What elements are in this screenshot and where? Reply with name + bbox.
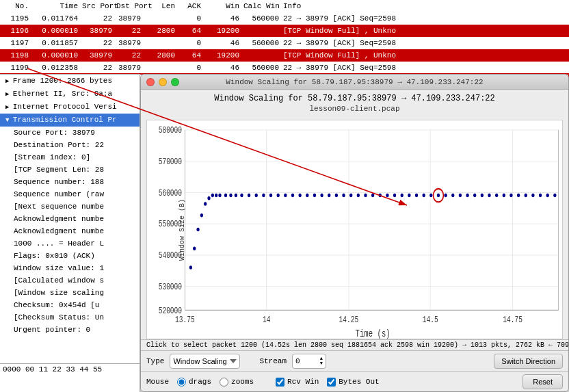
svg-point-27 (189, 265, 192, 270)
zooms-radio[interactable] (220, 378, 228, 387)
detail-item-11[interactable]: Acknowledgment numbe (0, 213, 140, 225)
svg-point-65 (429, 194, 432, 198)
minimize-button[interactable] (159, 78, 167, 86)
y-axis-label: Window Size (B) (178, 198, 186, 260)
svg-point-68 (444, 194, 447, 198)
svg-point-58 (379, 194, 382, 198)
detail-item-6[interactable]: [Stream index: 0] (0, 151, 140, 164)
svg-text:560000: 560000 (159, 188, 182, 197)
svg-point-37 (229, 194, 232, 198)
svg-point-63 (415, 194, 418, 198)
detail-item-19[interactable]: [Checksum Status: Un (0, 311, 140, 324)
rcv-win-checkbox[interactable] (276, 378, 284, 387)
svg-point-75 (495, 194, 498, 198)
svg-point-81 (539, 194, 542, 198)
svg-point-36 (224, 194, 227, 198)
detail-item-7[interactable]: [TCP Segment Len: 28 (0, 164, 140, 176)
mouse-label: Mouse (146, 378, 169, 386)
svg-point-34 (215, 194, 217, 198)
svg-text:580000: 580000 (159, 126, 182, 135)
detail-item-5[interactable]: Destination Port: 22 (0, 139, 140, 151)
detail-item-4[interactable]: Source Port: 38979 (0, 127, 140, 139)
bytes-out-checkbox-label[interactable]: Bytes Out (327, 378, 379, 387)
switch-direction-button[interactable]: Switch Direction (494, 354, 563, 369)
rcv-win-checkbox-label[interactable]: Rcv Win (276, 378, 319, 387)
spinner-down[interactable]: ▼ (320, 361, 323, 366)
svg-point-39 (240, 194, 243, 198)
bytes-out-checkbox[interactable] (327, 378, 336, 387)
window-title: Window Scaling for 58.79.187.95:38979 → … (226, 78, 483, 86)
detail-item-12[interactable]: Acknowledgment numbe (0, 225, 140, 237)
detail-item-20[interactable]: Urgent pointer: 0 (0, 324, 140, 336)
detail-item-2[interactable]: Internet Protocol Versi (0, 101, 140, 114)
svg-point-54 (349, 194, 352, 198)
svg-text:14.75: 14.75 (503, 315, 522, 324)
detail-item-16[interactable]: [Calculated window s (0, 274, 140, 287)
packet-row-1196[interactable]: 1196 0.000010 38979 22 2800 64 19200 [TC… (0, 25, 569, 37)
packet-row-1197[interactable]: 1197 0.011857 22 38979 0 46 560000 22 → … (0, 37, 569, 49)
svg-point-42 (262, 194, 265, 198)
detail-item-3[interactable]: Transmission Control Pr (0, 114, 140, 127)
stream-spinner[interactable]: 0 ▲ ▼ (292, 354, 326, 369)
svg-point-64 (423, 194, 425, 198)
stream-label: Stream (259, 357, 287, 365)
svg-point-29 (196, 228, 199, 232)
svg-point-31 (204, 202, 207, 206)
graph-window: Window Scaling for 58.79.187.95:38979 → … (140, 74, 569, 392)
packet-row-1195[interactable]: 1195 0.011764 22 38979 0 46 560000 22 → … (0, 12, 569, 25)
reset-button[interactable]: Reset (522, 374, 563, 389)
stream-value: 0 (295, 357, 320, 365)
svg-point-53 (342, 194, 345, 198)
svg-point-56 (364, 194, 367, 198)
window-controls[interactable] (146, 78, 179, 86)
drags-radio-label[interactable]: drags (177, 378, 211, 387)
type-label: Type (146, 357, 164, 365)
svg-point-83 (553, 194, 556, 198)
graph-area[interactable]: Window Size (B) 580000 570000 560000 550… (146, 120, 563, 339)
svg-point-79 (525, 194, 527, 198)
svg-point-40 (248, 194, 250, 198)
detail-item-1[interactable]: Ethernet II, Src: 0a:a (0, 88, 140, 101)
zooms-radio-label[interactable]: zooms (220, 378, 254, 387)
svg-point-73 (481, 194, 484, 198)
bytes-out-label: Bytes Out (339, 378, 379, 386)
packet-row-1199[interactable]: 1199 0.012358 22 38979 0 46 560000 22 → … (0, 62, 569, 74)
svg-point-47 (299, 194, 302, 198)
svg-point-32 (207, 196, 210, 200)
detail-item-15[interactable]: Window size value: 1 (0, 262, 140, 274)
packet-row-1198[interactable]: 1198 0.000010 38979 22 2800 64 19200 [TC… (0, 49, 569, 62)
svg-point-70 (459, 194, 462, 198)
detail-item-18[interactable]: Checksum: 0x454d [u (0, 299, 140, 311)
graph-svg: 580000 570000 560000 550000 540000 53000… (147, 120, 562, 339)
svg-point-77 (510, 194, 512, 198)
svg-point-59 (386, 194, 388, 198)
svg-text:14: 14 (263, 315, 271, 324)
detail-item-14[interactable]: Flags: 0x010 (ACK) (0, 250, 140, 262)
titlebar: Window Scaling for 58.79.187.95:38979 → … (141, 75, 568, 90)
type-select[interactable]: Window Scaling (170, 354, 240, 369)
drags-radio[interactable] (177, 378, 186, 387)
zooms-label: zooms (231, 378, 254, 386)
detail-item-8[interactable]: Sequence number: 188 (0, 176, 140, 188)
rcv-win-label: Rcv Win (287, 378, 319, 386)
svg-point-48 (306, 194, 308, 198)
maximize-button[interactable] (171, 78, 179, 86)
svg-point-33 (211, 194, 214, 198)
svg-point-60 (393, 194, 396, 198)
hex-panel: 0000 00 11 22 33 44 55 (0, 363, 140, 392)
drags-label: drags (189, 378, 211, 386)
detail-item-13[interactable]: 1000 .... = Header L (0, 237, 140, 250)
controls-bar: Type Window Scaling Stream 0 ▲ ▼ Switch … (141, 350, 568, 371)
svg-point-35 (218, 194, 221, 198)
svg-text:570000: 570000 (159, 157, 182, 166)
detail-item-9[interactable]: Sequence number (raw (0, 188, 140, 200)
close-button[interactable] (146, 78, 155, 86)
detail-item-10[interactable]: [Next sequence numbe (0, 200, 140, 213)
detail-item-0[interactable]: Frame 1200: 2866 bytes (0, 75, 140, 88)
graph-title: Window Scaling for 58.79.187.95:38979 → … (141, 90, 568, 105)
svg-point-45 (284, 194, 287, 198)
detail-item-17[interactable]: [Window size scaling (0, 287, 140, 299)
svg-point-46 (291, 194, 294, 198)
svg-point-50 (320, 194, 323, 198)
svg-point-61 (401, 194, 403, 198)
